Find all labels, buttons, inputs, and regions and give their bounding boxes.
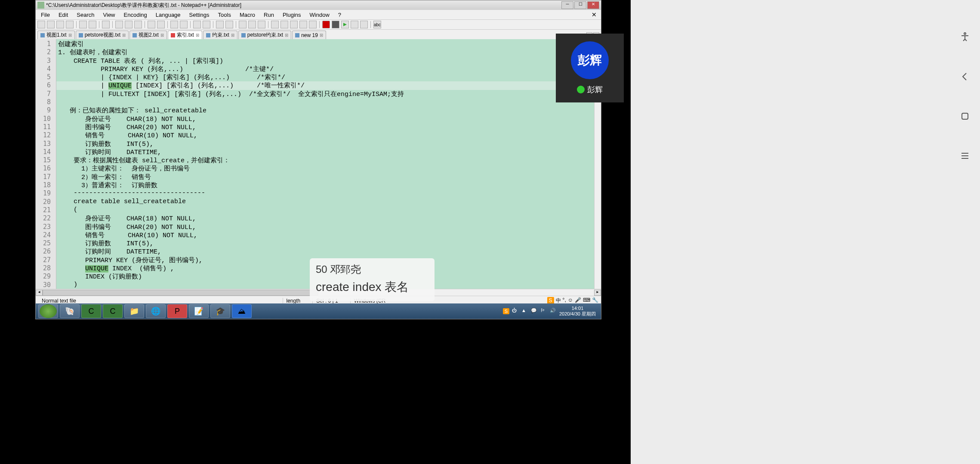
menu-tools[interactable]: Tools	[215, 11, 234, 19]
tab-close-icon[interactable]: ⊠	[231, 33, 234, 37]
taskbar-explorer[interactable]: 📁	[124, 304, 144, 318]
menu-icon[interactable]	[958, 149, 972, 163]
tab-close-icon[interactable]: ⊠	[160, 33, 164, 37]
tab-close-icon[interactable]: ⊠	[122, 33, 126, 37]
taskbar-powerpoint[interactable]: P	[167, 304, 187, 318]
spellcheck-icon[interactable]: abc	[373, 21, 381, 28]
menu-search[interactable]: Search	[73, 11, 98, 19]
taskbar-app-9[interactable]: ⛰	[232, 304, 252, 318]
code-area[interactable]: 创建索引1. 创建表时，创建索引 CREATE TABLE 表名 ( 列名, .…	[56, 39, 601, 289]
zoom-out-icon[interactable]	[203, 21, 210, 28]
tabbar: 视图1.txt⊠ petstore视图.txt⊠ 视图2.txt⊠ 索引.txt…	[36, 30, 601, 39]
folder-icon[interactable]	[280, 21, 288, 28]
tab-view2[interactable]: 视图2.txt⊠	[129, 31, 167, 39]
titlebar[interactable]: *C:\Users\Administrator\Desktop\教学课件和教案\…	[36, 0, 601, 10]
open-file-icon[interactable]	[47, 21, 55, 28]
copy-icon[interactable]	[125, 21, 133, 28]
monitor-icon[interactable]	[309, 21, 317, 28]
scroll-thumb[interactable]	[43, 290, 318, 296]
chat-overlay: 50 邓郅尧 create index 表名	[310, 258, 435, 301]
taskbar-app-2[interactable]: C	[81, 304, 101, 318]
taskbar-app-3[interactable]: C	[103, 304, 123, 318]
tab-close-icon[interactable]: ⊠	[320, 33, 323, 37]
systray-up-icon[interactable]: ▲	[521, 308, 528, 315]
menu-plugins[interactable]: Plugins	[279, 11, 305, 19]
taskbar-clock[interactable]: 14:01 2020/4/30 星期四	[559, 306, 596, 317]
find-icon[interactable]	[170, 21, 178, 28]
undo-icon[interactable]	[148, 21, 155, 28]
menu-edit[interactable]: Edit	[55, 11, 71, 19]
close-all-icon[interactable]	[89, 21, 96, 28]
tab-index[interactable]: 索引.txt⊠	[168, 31, 202, 39]
func-list-icon[interactable]	[299, 21, 307, 28]
redo-icon[interactable]	[157, 21, 165, 28]
status-filetype: Normal text file	[38, 298, 124, 304]
scroll-right-icon[interactable]: ►	[594, 290, 601, 296]
webcam-panel: 彭辉 彭辉	[556, 34, 624, 102]
accessibility-icon[interactable]	[958, 30, 972, 44]
menu-view[interactable]: View	[100, 11, 119, 19]
close-file-icon[interactable]	[79, 21, 87, 28]
sync-h-icon[interactable]	[225, 21, 233, 28]
systray-notif-icon[interactable]: 💬	[531, 308, 538, 315]
menu-encoding[interactable]: Encoding	[120, 11, 151, 19]
tab-close-icon[interactable]: ⊠	[196, 33, 199, 37]
systray-flag-icon[interactable]: 🏳	[540, 308, 547, 315]
start-button[interactable]	[38, 304, 58, 318]
print-icon[interactable]	[102, 21, 110, 28]
play-multi-icon[interactable]	[351, 21, 358, 28]
taskbar-chrome[interactable]: 🌐	[146, 304, 166, 318]
menu-window[interactable]: Window	[306, 11, 333, 19]
menu-language[interactable]: Language	[152, 11, 184, 19]
taskbar-app-8[interactable]: 🎓	[210, 304, 230, 318]
doc-map-icon[interactable]	[290, 21, 298, 28]
taskbar-app-1[interactable]: 🐚	[60, 304, 80, 318]
line-number-gutter: 1234567891011121314151617181920212223242…	[36, 39, 56, 289]
zoom-in-icon[interactable]	[193, 21, 201, 28]
save-macro-icon[interactable]	[360, 21, 368, 28]
tab-petstore-constraint[interactable]: petstore约束.txt⊠	[238, 31, 291, 39]
tab-close-icon[interactable]: ⊠	[285, 33, 288, 37]
menu-help[interactable]: ?	[335, 11, 345, 19]
editor[interactable]: 1234567891011121314151617181920212223242…	[36, 39, 601, 289]
systray-volume-icon[interactable]: 🔊	[550, 308, 557, 315]
tab-view1[interactable]: 视图1.txt⊠	[37, 31, 75, 39]
menubar: File Edit Search View Encoding Language …	[36, 10, 601, 19]
menu-macro[interactable]: Macro	[236, 11, 259, 19]
stop-icon[interactable]	[958, 109, 972, 123]
chat-user: 50 邓郅尧	[316, 263, 428, 276]
replace-icon[interactable]	[180, 21, 188, 28]
new-file-icon[interactable]	[37, 21, 45, 28]
play-macro-icon[interactable]	[341, 21, 349, 28]
paste-icon[interactable]	[134, 21, 142, 28]
toolbar: abc	[36, 19, 601, 30]
svg-rect-1	[962, 113, 968, 119]
systray-icon-1[interactable]: ⏻	[512, 308, 519, 315]
lang-icon[interactable]	[271, 21, 279, 28]
systray-ime-icon[interactable]: S	[503, 308, 509, 314]
menu-run[interactable]: Run	[260, 11, 277, 19]
show-chars-icon[interactable]	[248, 21, 256, 28]
app-icon	[37, 2, 44, 9]
wrap-icon[interactable]	[239, 21, 247, 28]
back-icon[interactable]	[958, 70, 972, 84]
sync-v-icon[interactable]	[216, 21, 224, 28]
minimize-button[interactable]: ─	[561, 1, 573, 9]
menu-file[interactable]: File	[37, 11, 53, 19]
tab-constraint[interactable]: 约束.txt⊠	[203, 31, 237, 39]
indent-guide-icon[interactable]	[258, 21, 265, 28]
record-macro-icon[interactable]	[322, 21, 330, 28]
cut-icon[interactable]	[115, 21, 123, 28]
stop-macro-icon[interactable]	[332, 21, 339, 28]
menu-close-x[interactable]: ✕	[589, 11, 599, 18]
save-all-icon[interactable]	[66, 21, 74, 28]
taskbar-app-7[interactable]: 📝	[189, 304, 209, 318]
tab-petstore-view[interactable]: petstore视图.txt⊠	[76, 31, 129, 39]
save-icon[interactable]	[56, 21, 64, 28]
tab-close-icon[interactable]: ⊠	[68, 33, 72, 37]
scroll-left-icon[interactable]: ◄	[36, 290, 43, 296]
close-button[interactable]: ✕	[587, 1, 599, 9]
menu-settings[interactable]: Settings	[186, 11, 213, 19]
maximize-button[interactable]: ☐	[574, 1, 586, 9]
tab-new19[interactable]: new 19⊠	[292, 31, 326, 39]
